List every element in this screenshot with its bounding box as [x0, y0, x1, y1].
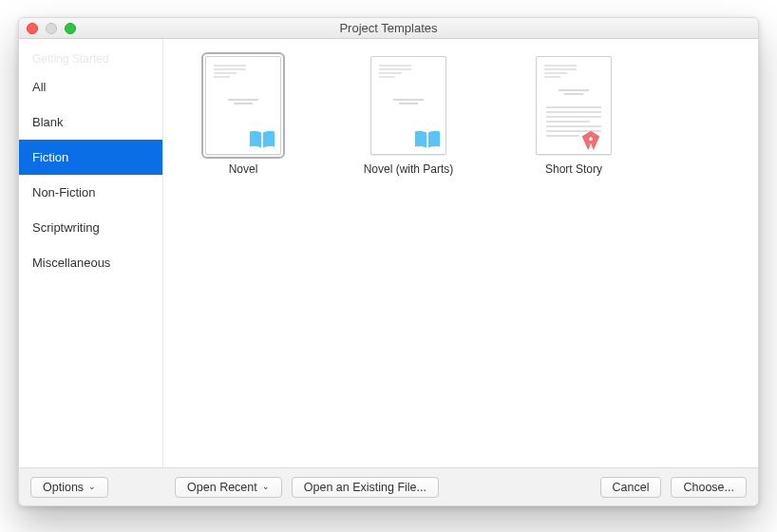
sidebar-item-blank[interactable]: Blank	[19, 104, 162, 140]
book-icon	[413, 129, 442, 150]
button-label: Open Recent	[187, 481, 257, 494]
button-label: Options	[43, 481, 84, 494]
button-label: Cancel	[613, 481, 650, 494]
open-existing-file-button[interactable]: Open an Existing File...	[292, 477, 439, 498]
template-label: Short Story	[545, 162, 602, 176]
template-label: Novel	[229, 162, 258, 176]
sidebar-item-fiction[interactable]: Fiction	[19, 140, 162, 175]
chevron-down-icon: ⌄	[88, 483, 96, 491]
template-thumbnail	[536, 56, 612, 155]
template-short-story[interactable]: Short Story	[503, 56, 644, 176]
sidebar-item-all[interactable]: All	[19, 69, 162, 104]
choose-button[interactable]: Choose...	[671, 477, 747, 498]
options-button[interactable]: Options ⌄	[30, 477, 108, 498]
zoom-icon[interactable]	[65, 23, 76, 34]
project-templates-window: Project Templates Getting Started All Bl…	[18, 17, 759, 506]
open-recent-button[interactable]: Open Recent ⌄	[175, 477, 282, 498]
button-label: Open an Existing File...	[304, 481, 426, 494]
sidebar-header: Getting Started	[19, 43, 162, 69]
book-icon	[248, 129, 276, 150]
svg-point-0	[589, 137, 593, 141]
sidebar-item-scriptwriting[interactable]: Scriptwriting	[19, 210, 162, 245]
window-title: Project Templates	[339, 21, 437, 35]
template-thumbnail	[370, 56, 446, 155]
chevron-down-icon: ⌄	[262, 483, 270, 491]
template-thumbnail	[205, 56, 281, 155]
template-novel-with-parts[interactable]: Novel (with Parts)	[338, 56, 479, 176]
template-label: Novel (with Parts)	[364, 162, 454, 176]
window-controls	[27, 23, 76, 34]
titlebar: Project Templates	[19, 18, 758, 39]
button-label: Choose...	[683, 481, 734, 494]
sidebar-item-miscellaneous[interactable]: Miscellaneous	[19, 245, 162, 280]
close-icon[interactable]	[27, 23, 38, 34]
template-grid: Novel Novel (with Parts)	[163, 39, 758, 467]
sidebar: Getting Started All Blank Fiction Non-Fi…	[19, 39, 163, 467]
pen-nib-icon	[578, 129, 607, 150]
sidebar-item-non-fiction[interactable]: Non-Fiction	[19, 175, 162, 210]
cancel-button[interactable]: Cancel	[600, 477, 662, 498]
minimize-icon[interactable]	[46, 23, 57, 34]
footer-toolbar: Options ⌄ Open Recent ⌄ Open an Existing…	[19, 467, 758, 505]
template-novel[interactable]: Novel	[173, 56, 313, 176]
